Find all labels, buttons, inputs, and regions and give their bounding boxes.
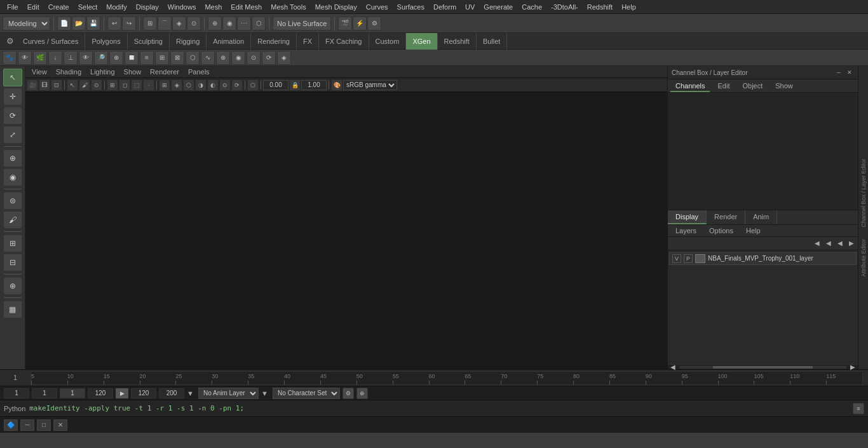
redo-btn[interactable]: ↪ (122, 17, 136, 31)
tool-btn-5[interactable]: ⊥ (64, 51, 78, 65)
vpt-shadows-btn[interactable]: ◐ (207, 79, 219, 91)
menu-cache[interactable]: Cache (517, 2, 546, 12)
menu-curves[interactable]: Curves (362, 2, 393, 12)
tool-btn-16[interactable]: ◉ (231, 51, 245, 65)
tool-btn-8[interactable]: ⊕ (109, 51, 123, 65)
tab-render[interactable]: Render (707, 210, 745, 224)
tab-show[interactable]: Show (770, 81, 798, 92)
ipr-btn[interactable]: ⚡ (353, 17, 367, 31)
menu-modify[interactable]: Modify (102, 2, 131, 12)
tool-btn-1[interactable]: 🐾 (3, 51, 17, 65)
tool-btn-12[interactable]: ⊠ (170, 51, 184, 65)
snap-view-btn[interactable]: ⊙ (187, 17, 201, 31)
vpt-camera-translate-input[interactable] (263, 80, 288, 90)
tool-btn-4[interactable]: ↓ (48, 51, 62, 65)
lst-help[interactable]: Help (741, 226, 766, 235)
vpt-wireframe-btn[interactable]: ⊞ (107, 79, 118, 91)
snap-align-btn[interactable]: ⊟ (3, 254, 22, 271)
layer-add-btn[interactable]: ▶ (846, 238, 857, 248)
menu-edit-mesh[interactable]: Edit Mesh (226, 2, 266, 12)
frame-end-marker[interactable]: ▶ (116, 388, 128, 398)
vpt-color-space-icon[interactable]: 🎨 (331, 79, 342, 91)
vpt-gate-btn[interactable]: ⊡ (51, 79, 62, 91)
tab-fx-caching[interactable]: FX Caching (319, 33, 369, 50)
tab-edit[interactable]: Edit (712, 81, 735, 92)
snap-curve-btn[interactable]: ⌒ (158, 17, 172, 31)
rotate-tool-btn[interactable]: ⟳ (3, 107, 22, 125)
live-surface-btn[interactable]: No Live Surface (273, 17, 331, 31)
menu-display[interactable]: Display (132, 2, 163, 12)
select-by-uvshell-btn[interactable]: ⬡ (252, 17, 266, 31)
scale-tool-btn[interactable]: ⤢ (3, 126, 22, 144)
tool-btn-7[interactable]: 🔎 (94, 51, 108, 65)
layer-move-up-btn[interactable]: ◀ (812, 238, 822, 248)
select-by-comp-btn[interactable]: ⋯ (237, 17, 251, 31)
vp-menu-panels[interactable]: Panels (184, 67, 214, 76)
right-panel-close-btn[interactable]: ✕ (845, 68, 854, 77)
paint-select-btn[interactable]: 🖌 (3, 211, 22, 229)
tool-btn-19[interactable]: ◈ (277, 51, 291, 65)
tool-btn-18[interactable]: ⟳ (262, 51, 276, 65)
tab-rendering[interactable]: Rendering (251, 33, 297, 50)
layer-move-down-btn[interactable]: ◀ (824, 238, 834, 248)
new-scene-btn[interactable]: 📄 (57, 17, 71, 31)
vpt-camera-btn[interactable]: 🎥 (27, 79, 38, 91)
tool-btn-15[interactable]: ⊕ (216, 51, 230, 65)
edge-tab-channel-box[interactable]: Channel Box / Layer Editor (859, 154, 868, 233)
vp-menu-shading[interactable]: Shading (52, 67, 85, 76)
edge-tab-attribute-editor[interactable]: Attribute Editor (859, 234, 868, 282)
tab-settings-gear[interactable]: ⚙ (4, 35, 17, 48)
python-expand-btn[interactable]: ≡ (853, 403, 864, 414)
lst-options[interactable]: Options (704, 226, 738, 235)
range-end-input[interactable] (131, 388, 156, 398)
tool-btn-2[interactable]: 👁 (18, 51, 32, 65)
move-tool-btn[interactable]: ✛ (3, 88, 22, 105)
soft-mod-btn[interactable]: ◉ (3, 168, 22, 186)
layer-playback-toggle[interactable]: P (684, 254, 693, 263)
frame-start-input[interactable] (4, 388, 29, 398)
range-total-input[interactable] (159, 388, 184, 398)
render-settings-btn[interactable]: ⚙ (367, 17, 381, 31)
snap-grid-btn[interactable]: ⊞ (143, 17, 157, 31)
layer-color-swatch[interactable] (695, 254, 705, 263)
tab-channels[interactable]: Channels (670, 81, 710, 92)
vpt-color-space-select[interactable]: sRGB gamma (343, 80, 397, 90)
workspace-select[interactable]: Modeling (3, 17, 50, 31)
tab-anim[interactable]: Anim (745, 210, 777, 224)
no-anim-layer-select[interactable]: No Anim Layer (198, 388, 259, 399)
menu-redshift[interactable]: Redshift (583, 2, 617, 12)
menu-mesh-tools[interactable]: Mesh Tools (266, 2, 310, 12)
tab-animation[interactable]: Animation (207, 33, 251, 50)
tool-btn-13[interactable]: ⬡ (186, 51, 200, 65)
tab-display[interactable]: Display (668, 210, 707, 224)
universal-manip-btn[interactable]: ⊕ (3, 149, 22, 167)
lst-layers[interactable]: Layers (670, 226, 702, 235)
vpt-bounding-btn[interactable]: ⬚ (131, 79, 142, 91)
window-minimize-btn[interactable]: ─ (20, 419, 34, 431)
show-manipulator-btn[interactable]: ⊕ (3, 277, 22, 295)
tab-fx[interactable]: FX (297, 33, 319, 50)
layer-visibility-toggle[interactable]: V (672, 254, 681, 263)
scroll-thumb[interactable] (713, 366, 813, 369)
window-icon-btn[interactable]: 🔷 (4, 419, 18, 431)
layer-row[interactable]: V P NBA_Finals_MVP_Trophy_001_layer (669, 252, 857, 265)
frame-end-input[interactable] (88, 388, 113, 398)
frame-marker-input[interactable] (60, 388, 85, 398)
tab-bullet[interactable]: Bullet (477, 33, 508, 50)
tool-btn-9[interactable]: 🔲 (125, 51, 139, 65)
snap-point-btn[interactable]: ◈ (172, 17, 186, 31)
vpt-camera-scale-input[interactable] (301, 80, 327, 90)
vpt-iso-btn[interactable]: ⬡ (247, 79, 259, 91)
layer-selected-btn[interactable]: ◀ (835, 238, 845, 248)
vpt-hud-btn[interactable]: ◈ (171, 79, 182, 91)
select-tool-btn[interactable]: ↖ (3, 69, 22, 86)
no-char-set-select[interactable]: No Character Set (273, 388, 340, 399)
tool-btn-17[interactable]: ⊙ (247, 51, 261, 65)
menu-3dto[interactable]: -3DtoAll- (546, 2, 583, 12)
snap-to-together-btn[interactable]: ⊞ (3, 234, 22, 252)
open-scene-btn[interactable]: 📂 (72, 17, 86, 31)
menu-file[interactable]: File (3, 2, 23, 12)
select-by-object-btn[interactable]: ◉ (222, 17, 236, 31)
layer-scrollbar[interactable]: ◀ ▶ (668, 364, 858, 369)
vpt-smooth-btn[interactable]: ◻ (119, 79, 130, 91)
